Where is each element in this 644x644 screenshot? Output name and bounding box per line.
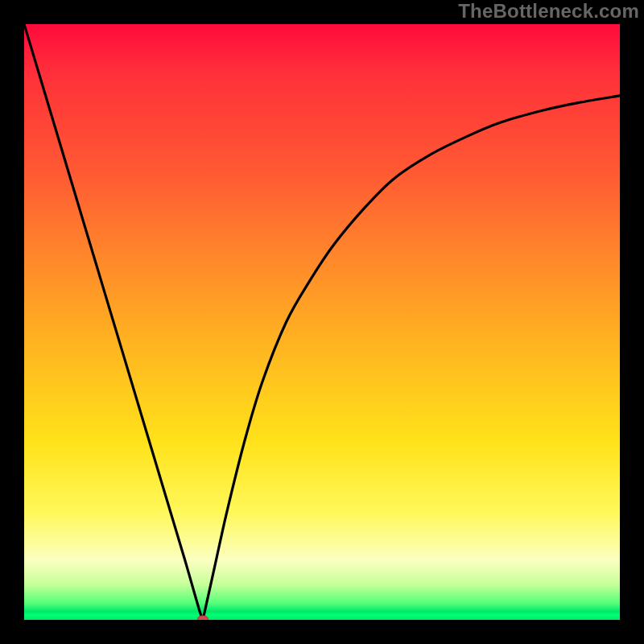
chart-frame: TheBottleneck.com: [0, 0, 644, 644]
min-marker: [197, 616, 208, 621]
bottleneck-curve: [24, 24, 620, 620]
curve-path: [24, 24, 620, 620]
plot-area: [24, 24, 620, 620]
watermark-text: TheBottleneck.com: [458, 0, 639, 23]
